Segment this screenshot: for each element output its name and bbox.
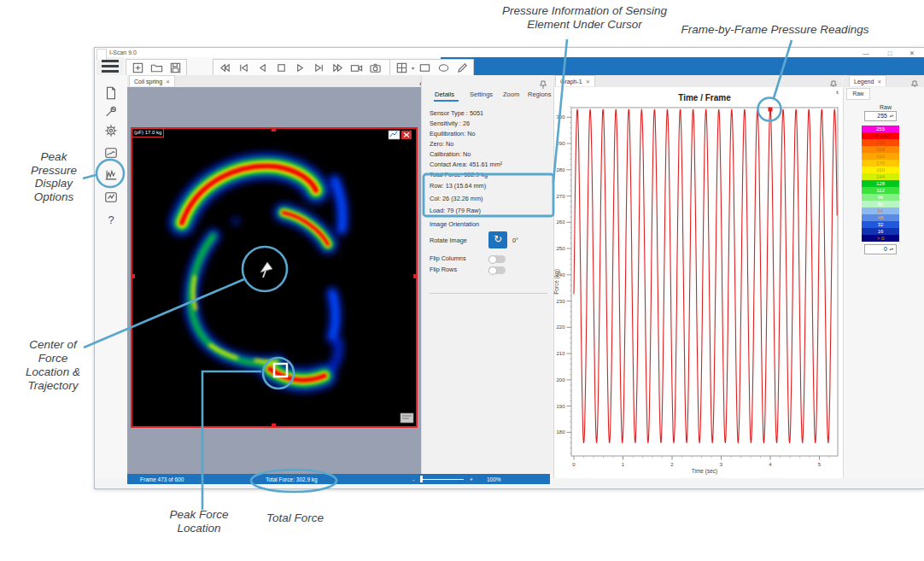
toolbar-file-group <box>126 59 187 76</box>
peak-pressure-display-button[interactable] <box>103 167 119 183</box>
flip-columns-toggle[interactable] <box>488 255 506 263</box>
toolbar-tools-group: ▾ <box>389 59 474 76</box>
record-movie-button[interactable] <box>348 61 365 74</box>
annotation-text: Center of <box>10 338 96 352</box>
legend-max-spinner[interactable]: 255 ▴▾ <box>864 111 897 121</box>
legend-tab-label: Legend <box>854 79 874 85</box>
annotation-text: Force <box>10 352 96 365</box>
x-tick-label: 2 <box>670 462 674 467</box>
detail-field: Sensitivity : 26 <box>430 119 502 129</box>
document-tab-close-icon[interactable]: ✕ <box>166 79 170 85</box>
rotate-image-button[interactable]: ↻ <box>488 231 507 248</box>
main-menu-button[interactable] <box>96 57 124 75</box>
next-frame-button[interactable] <box>310 61 327 74</box>
pressure-map[interactable] <box>131 127 418 428</box>
grid-layout-caret-icon[interactable]: ▾ <box>412 65 414 71</box>
document-tab-label: Coil spring <box>134 79 162 85</box>
tab-regions[interactable]: Regions <box>528 91 552 98</box>
zoom-in-button[interactable]: + <box>470 476 473 482</box>
spinner-arrows-icon[interactable]: ▴▾ <box>888 245 895 254</box>
y-tick-label: 240 <box>556 272 565 278</box>
graph-tab-close-icon[interactable]: ✕ <box>586 79 590 85</box>
save-file-button[interactable] <box>167 61 184 74</box>
chart-title: Time / Frame <box>678 93 731 102</box>
map-graph-icon[interactable] <box>389 131 400 139</box>
highlighted-data-point[interactable] <box>769 108 773 112</box>
rewind-button[interactable] <box>216 61 233 74</box>
flip-rows-toggle[interactable] <box>488 266 506 274</box>
annotation-total-force: Total Force <box>246 511 344 525</box>
image-orientation-header: Image Orientation <box>430 220 479 228</box>
export-image-button[interactable] <box>103 190 119 205</box>
x-tick-label: 5 <box>818 462 822 467</box>
previous-frame-button[interactable] <box>254 61 271 74</box>
legend-tab[interactable]: Legend ✕ <box>849 75 886 86</box>
time-frame-chart[interactable]: Time / FrameForce (kg)Time (sec)18019020… <box>553 87 842 478</box>
legend-band: >= 240 <box>862 132 899 139</box>
calibration-wrench-button[interactable] <box>103 104 119 120</box>
annotation-text: Pressure <box>15 164 92 178</box>
rectangle-tool-button[interactable] <box>416 61 433 74</box>
annotation-frame-readings: Frame-by-Frame Pressure Readings <box>666 23 884 37</box>
first-frame-button[interactable] <box>235 61 252 74</box>
legend-band: 176 <box>862 160 899 167</box>
new-document-button[interactable] <box>103 85 119 101</box>
legend-band: 112 <box>862 187 899 194</box>
active-tab-underline <box>434 100 459 102</box>
help-button[interactable]: ? <box>103 212 119 227</box>
zoom-slider-thumb[interactable] <box>420 476 423 482</box>
y-tick-label: 280 <box>556 167 565 172</box>
legend-collapse-chevron-icon[interactable]: ‹ <box>836 88 839 96</box>
tab-settings[interactable]: Settings <box>470 91 493 98</box>
y-tick-label: 210 <box>556 351 565 356</box>
play-button[interactable] <box>291 61 308 74</box>
annotation-text: Total Force <box>246 511 344 525</box>
tab-details[interactable]: Details <box>435 91 454 98</box>
tab-zoom[interactable]: Zoom <box>503 91 519 98</box>
image-display-button[interactable] <box>103 145 119 161</box>
settings-gear-button[interactable] <box>103 123 119 138</box>
legend-min-value: 0 <box>884 246 887 252</box>
stop-button[interactable] <box>272 61 289 74</box>
add-frame-button[interactable] <box>129 61 146 74</box>
map-close-icon[interactable] <box>401 131 412 139</box>
annotation-text: Location <box>156 522 242 535</box>
detail-field: Total Force: 302.9 kg <box>430 170 502 180</box>
legend-min-spinner[interactable]: 0 ▴▾ <box>864 244 897 254</box>
annotation-peak-force-location: Peak Force Location <box>156 508 242 535</box>
legend-tab-close-icon[interactable]: ✕ <box>877 79 881 85</box>
legend-band: 48 <box>862 214 899 221</box>
ellipse-tool-button[interactable] <box>435 61 452 74</box>
peak-pressure-label: (pF) 17.0 kg <box>132 128 164 137</box>
divider <box>430 216 547 217</box>
zoom-slider[interactable] <box>421 479 464 481</box>
detail-field: Sensor Type : 5051 <box>430 108 502 119</box>
legend-band: 208 <box>862 146 899 153</box>
document-tab[interactable] <box>96 49 107 60</box>
zoom-out-button[interactable]: - <box>412 476 414 482</box>
legend-band: 160 <box>862 167 899 173</box>
legend-raw-subtab[interactable]: Raw <box>846 88 870 100</box>
grid-layout-button[interactable] <box>393 61 410 74</box>
open-file-button[interactable] <box>148 61 165 74</box>
annotation-text: Element Under Cursor <box>480 18 689 32</box>
x-tick-label: 3 <box>720 462 723 467</box>
flip-rows-label: Flip Rows <box>430 266 457 273</box>
detail-field: Equilibration: No <box>430 129 502 139</box>
fast-forward-button[interactable] <box>329 61 346 74</box>
pencil-tool-button[interactable] <box>453 61 471 74</box>
document-tab-coil-spring[interactable]: Coil spring ✕ <box>129 75 175 86</box>
snapshot-button[interactable] <box>366 61 383 74</box>
legend-max-value: 255 <box>877 113 887 119</box>
legend-band: 192 <box>862 153 899 160</box>
annotation-text: Options <box>15 190 92 204</box>
detail-field: Zero: No <box>430 139 502 149</box>
legend-color-scale: 255>= 2402242081921761601441281129680644… <box>862 126 899 242</box>
flip-columns-label: Flip Columns <box>430 254 466 262</box>
annotation-text: Location & <box>10 365 96 379</box>
zoom-level: 100% <box>487 476 501 482</box>
annotation-text: Display <box>15 177 92 190</box>
spinner-arrows-icon[interactable]: ▴▾ <box>888 112 895 120</box>
annotation-center-of-force: Center of Force Location & Trajectory <box>10 338 96 393</box>
graph-tab[interactable]: Graph-1 ✕ <box>555 75 595 86</box>
